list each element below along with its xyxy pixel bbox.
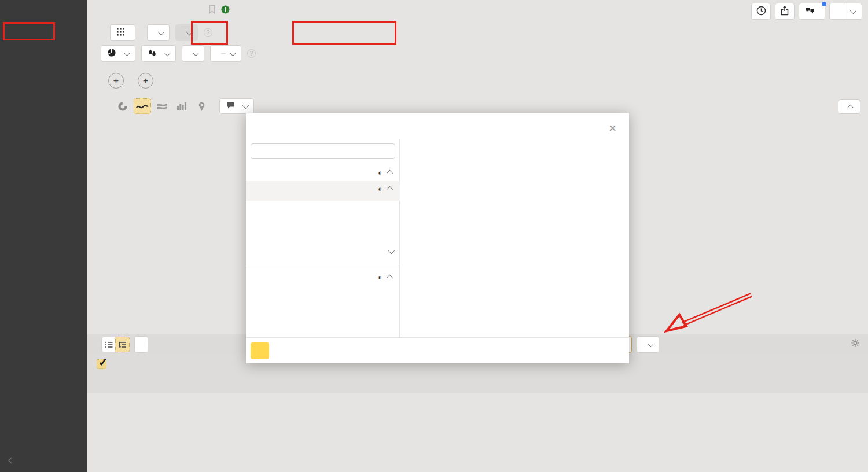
rate-button[interactable] bbox=[799, 3, 825, 20]
sidebar bbox=[0, 0, 87, 472]
notification-dot bbox=[822, 2, 826, 6]
annotations-dropdown[interactable] bbox=[219, 98, 254, 114]
save-report-group bbox=[829, 3, 862, 20]
chevron-up-icon bbox=[847, 104, 854, 110]
modal-footer bbox=[246, 337, 629, 363]
feedback-bubbles-icon bbox=[806, 7, 814, 16]
chevron-down-icon bbox=[242, 102, 249, 108]
view-toggle-group bbox=[101, 337, 130, 352]
attribution-badge bbox=[221, 53, 226, 54]
segment-pie-icon bbox=[108, 49, 116, 58]
calendar-grid-icon bbox=[117, 28, 124, 38]
accuracy-dropdown[interactable] bbox=[182, 45, 204, 62]
chevron-left-icon bbox=[8, 457, 14, 463]
data-filter-dropdown[interactable] bbox=[175, 24, 198, 41]
chevron-down-icon bbox=[230, 49, 236, 56]
list-view-button[interactable] bbox=[101, 337, 116, 352]
export-button[interactable] bbox=[775, 3, 795, 20]
y-axis-labels bbox=[87, 130, 117, 298]
metrics-modal: × ◐ ◐ bbox=[246, 113, 629, 363]
history-button[interactable] bbox=[751, 3, 771, 20]
metrics-list-panel: ◐ ◐ bbox=[246, 139, 400, 337]
add-people-condition-button[interactable]: + bbox=[138, 73, 153, 89]
bookmark-icon[interactable] bbox=[208, 5, 216, 16]
chevron-up-icon bbox=[387, 186, 393, 193]
half-circle-icon: ◐ bbox=[378, 185, 382, 193]
drops-icon bbox=[148, 49, 156, 58]
chevron-down-icon bbox=[850, 7, 856, 13]
chart-type-area-icon[interactable] bbox=[153, 98, 171, 114]
apply-button[interactable] bbox=[251, 342, 269, 359]
chevron-down-icon bbox=[124, 49, 130, 56]
metric-search-input[interactable] bbox=[251, 143, 395, 159]
chevron-up-icon bbox=[387, 275, 393, 281]
chevron-down-icon bbox=[158, 28, 164, 35]
tree-view-button[interactable] bbox=[115, 337, 130, 352]
detail-dropdown[interactable] bbox=[147, 24, 170, 41]
chevron-down-icon bbox=[186, 28, 193, 35]
clock-icon bbox=[756, 6, 766, 17]
chevron-down-icon bbox=[164, 49, 171, 56]
close-icon[interactable]: × bbox=[609, 121, 616, 136]
table-settings-gear-icon[interactable] bbox=[851, 338, 860, 349]
select-all-checkbox[interactable] bbox=[97, 359, 106, 369]
sidebar-collapse-button[interactable] bbox=[0, 453, 87, 467]
save-report-button[interactable] bbox=[829, 3, 843, 20]
section-gender[interactable]: ◐ bbox=[246, 181, 400, 196]
help-icon[interactable]: ? bbox=[247, 49, 256, 58]
main-area: i bbox=[87, 0, 868, 472]
help-icon[interactable]: ? bbox=[204, 28, 212, 37]
comment-bubble-icon bbox=[226, 102, 234, 111]
chevron-down-icon bbox=[388, 248, 395, 254]
yandex-metrica-screen: i bbox=[0, 0, 868, 472]
chevron-down-icon bbox=[193, 49, 199, 56]
chevron-up-icon bbox=[387, 170, 393, 176]
share-icon bbox=[780, 6, 789, 17]
chart-type-columns-icon[interactable] bbox=[173, 98, 190, 114]
info-icon: i bbox=[221, 5, 230, 16]
section-audience[interactable]: ◐ bbox=[246, 165, 400, 180]
groupings-button[interactable] bbox=[134, 336, 148, 353]
section-technologies[interactable]: ◐ bbox=[246, 270, 400, 285]
attribution-dropdown[interactable] bbox=[210, 45, 241, 62]
sidebar-items bbox=[0, 0, 87, 5]
save-report-dropdown[interactable] bbox=[843, 3, 862, 20]
chevron-down-icon bbox=[648, 340, 654, 346]
chart-type-line-icon[interactable] bbox=[134, 98, 151, 114]
add-visit-condition-button[interactable]: + bbox=[108, 73, 124, 89]
half-circle-icon: ◐ bbox=[378, 273, 382, 282]
date-range-button[interactable] bbox=[110, 24, 135, 41]
chart-type-map-icon[interactable] bbox=[193, 98, 210, 114]
segment-dropdown[interactable] bbox=[101, 45, 135, 62]
annotation-box-reports bbox=[3, 22, 55, 40]
section-age[interactable] bbox=[246, 238, 400, 265]
half-circle-icon: ◐ bbox=[378, 168, 382, 177]
svg-text:i: i bbox=[225, 6, 226, 13]
annotation-box-daterange bbox=[292, 21, 396, 45]
chart-type-donut-icon[interactable] bbox=[114, 98, 131, 114]
choose-goal-dropdown[interactable] bbox=[637, 336, 659, 353]
compare-segments-dropdown[interactable] bbox=[141, 45, 176, 62]
hide-chart-button[interactable] bbox=[838, 99, 860, 114]
